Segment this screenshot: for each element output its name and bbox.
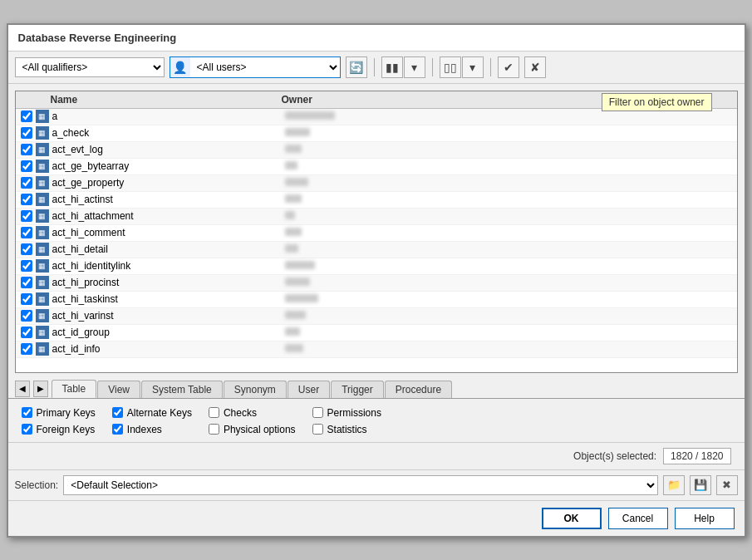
checks-checkbox[interactable] [209, 407, 219, 418]
alternate-keys-checkbox[interactable] [112, 407, 123, 418]
indexes-option[interactable]: Indexes [112, 424, 192, 435]
object-list[interactable]: Name Owner Filter on object owner ▦ a ▦ … [15, 91, 738, 373]
primary-keys-option[interactable]: Primary Keys [22, 407, 96, 419]
row-checkbox-12[interactable] [19, 293, 34, 305]
table-icon-14: ▦ [36, 326, 49, 339]
tab-user[interactable]: User [288, 381, 330, 398]
row-checkbox-11[interactable] [19, 277, 34, 288]
dropdown-btn-2[interactable]: ▾ [462, 56, 484, 78]
row-name-7: act_hi_attachment [52, 210, 285, 222]
table-row[interactable]: ▦ act_hi_comment [16, 225, 737, 242]
options-col-1: Primary Keys Foreign Keys [22, 407, 96, 435]
table-row[interactable]: ▦ act_hi_identitylink [16, 258, 737, 275]
row-name-11: act_hi_procinst [52, 277, 285, 288]
table-row[interactable]: ▦ act_evt_log [16, 142, 737, 159]
row-owner-11 [285, 277, 385, 288]
table-icon-10: ▦ [36, 259, 49, 273]
tab-system-table[interactable]: System Table [141, 381, 223, 398]
ok-button[interactable]: OK [542, 508, 602, 529]
permissions-option[interactable]: Permissions [312, 407, 381, 419]
table-row[interactable]: ▦ act_hi_attachment [16, 209, 737, 225]
statistics-option[interactable]: Statistics [312, 424, 381, 435]
row-checkbox-4[interactable] [19, 160, 34, 172]
table-icon-8: ▦ [36, 226, 49, 239]
dropdown-btn-1[interactable]: ▾ [404, 56, 425, 78]
deselect-all-btn[interactable]: ▯▯ [440, 56, 461, 78]
cancel-button[interactable]: Cancel [608, 508, 668, 529]
tab-view[interactable]: View [97, 381, 140, 398]
user-combo-wrapper: 👤 <All users> [170, 56, 341, 78]
row-name-13: act_hi_varinst [52, 310, 285, 322]
user-combo-select[interactable]: <All users> [190, 61, 340, 74]
table-icon-6: ▦ [36, 193, 49, 206]
alternate-keys-option[interactable]: Alternate Keys [112, 407, 192, 419]
row-checkbox-2[interactable] [19, 127, 34, 139]
select-all-btn[interactable]: ▮▮ [381, 56, 403, 78]
row-checkbox-7[interactable] [19, 210, 34, 222]
row-checkbox-9[interactable] [19, 243, 34, 255]
table-row[interactable]: ▦ act_hi_taskinst [16, 292, 737, 308]
selection-label: Selection: [15, 479, 59, 491]
check-btn[interactable]: ✔ [498, 56, 519, 78]
separator-3 [490, 58, 491, 76]
refresh-btn[interactable]: 🔄 [346, 56, 367, 78]
row-owner-8 [285, 227, 385, 238]
row-checkbox-3[interactable] [19, 144, 34, 155]
foreign-keys-checkbox[interactable] [22, 424, 32, 435]
table-row[interactable]: ▦ a_check [16, 125, 737, 142]
tab-synonym[interactable]: Synonym [224, 381, 287, 398]
row-checkbox-14[interactable] [19, 327, 34, 338]
permissions-checkbox[interactable] [312, 407, 323, 418]
tabs-row: ◀ ▶ Table View System Table Synonym User… [8, 380, 745, 399]
uncheck-btn[interactable]: ✘ [524, 56, 546, 78]
options-col-4: Permissions Statistics [312, 407, 381, 435]
row-checkbox-5[interactable] [19, 177, 34, 189]
indexes-checkbox[interactable] [112, 424, 123, 435]
statistics-checkbox[interactable] [312, 424, 323, 435]
physical-options-checkbox[interactable] [209, 424, 219, 435]
row-checkbox-10[interactable] [19, 260, 34, 272]
tab-trigger[interactable]: Trigger [331, 381, 384, 398]
table-row[interactable]: ▦ act_ge_property [16, 175, 737, 192]
table-row[interactable]: ▦ act_hi_varinst [16, 308, 737, 325]
user-icon: 👤 [170, 57, 190, 77]
row-owner-2 [285, 127, 385, 139]
tab-nav-left[interactable]: ◀ [15, 381, 30, 397]
selection-clear-btn[interactable]: ✖ [716, 475, 738, 495]
selection-row: Selection: <Default Selection> 📁 💾 ✖ [8, 470, 745, 501]
row-owner-3 [285, 144, 385, 155]
col-name-header: Name [16, 94, 282, 106]
selection-folder-btn[interactable]: 📁 [663, 475, 685, 495]
col-owner-header: Owner [282, 94, 448, 106]
help-button[interactable]: Help [675, 508, 735, 529]
separator-1 [374, 58, 375, 76]
physical-options-option[interactable]: Physical options [209, 424, 296, 435]
foreign-keys-option[interactable]: Foreign Keys [22, 424, 96, 435]
table-row[interactable]: ▦ act_hi_actinst [16, 192, 737, 209]
table-row[interactable]: ▦ act_id_info [16, 341, 737, 358]
dialog-buttons: OK Cancel Help [8, 501, 745, 536]
row-checkbox-1[interactable] [19, 111, 34, 122]
row-checkbox-15[interactable] [19, 343, 34, 355]
table-row[interactable]: ▦ act_hi_procinst [16, 275, 737, 292]
qualifier-combo[interactable]: <All qualifiers> [15, 57, 165, 77]
objects-selected-label: Object(s) selected: [573, 450, 656, 462]
tab-table[interactable]: Table [52, 380, 97, 398]
row-checkbox-8[interactable] [19, 227, 34, 238]
tab-procedure[interactable]: Procedure [385, 381, 452, 398]
table-row[interactable]: ▦ act_ge_bytearray [16, 159, 737, 175]
row-checkbox-13[interactable] [19, 310, 34, 322]
tab-nav-right[interactable]: ▶ [33, 381, 48, 397]
table-row[interactable]: ▦ act_id_group [16, 325, 737, 341]
table-row[interactable]: ▦ act_hi_detail [16, 242, 737, 258]
table-icon-2: ▦ [36, 126, 49, 140]
table-icon-5: ▦ [36, 176, 49, 189]
checks-option[interactable]: Checks [209, 407, 296, 419]
selection-combo[interactable]: <Default Selection> [63, 475, 657, 495]
selection-save-btn[interactable]: 💾 [690, 475, 711, 495]
table-row[interactable]: ▦ a [16, 109, 737, 125]
row-owner-15 [285, 343, 385, 355]
row-name-14: act_id_group [52, 327, 285, 338]
primary-keys-checkbox[interactable] [22, 407, 32, 418]
row-checkbox-6[interactable] [19, 194, 34, 205]
